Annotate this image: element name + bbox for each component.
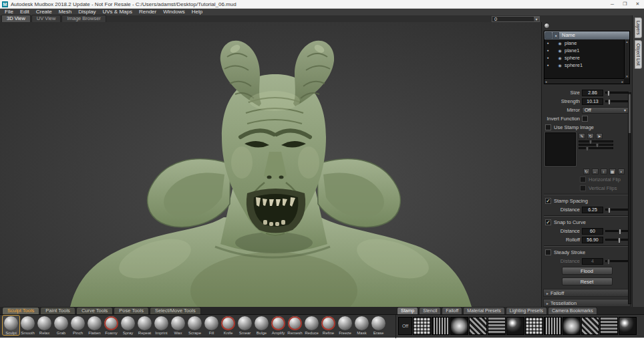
stamp-thumbnail[interactable]	[525, 317, 543, 335]
object-list-vertical-scrollbar[interactable]: ▴ ▾	[624, 39, 629, 78]
menu-item-help[interactable]: Help	[188, 9, 206, 15]
stamp-spacing-checkbox[interactable]: ✓	[545, 198, 551, 204]
chevron-down-icon[interactable]: ▾	[533, 17, 539, 21]
tool-tab-curve-tools[interactable]: Curve Tools	[76, 307, 113, 314]
demon-sculpture[interactable]	[0, 22, 541, 307]
strength-slider[interactable]	[605, 100, 629, 102]
stamp-thumbnail[interactable]	[600, 317, 618, 335]
tray-tab-stamp[interactable]: Stamp	[397, 307, 418, 314]
tool-pinch[interactable]: Pinch	[69, 316, 86, 335]
stamp-thumbnail[interactable]	[432, 317, 450, 335]
menu-item-windows[interactable]: Windows	[160, 9, 188, 15]
tray-tab-lighting-presets[interactable]: Lighting Presets	[506, 307, 547, 314]
tool-spray[interactable]: Spray	[120, 316, 136, 335]
stamp-thumbnail[interactable]	[450, 317, 468, 335]
object-row-sphere1[interactable]: ●◉sphere1	[544, 62, 624, 69]
stamp-slider-2[interactable]	[579, 144, 613, 146]
reset-button[interactable]: Reset	[562, 277, 613, 285]
tool-erase[interactable]: Erase	[370, 316, 387, 335]
tray-tab-stencil[interactable]: Stencil	[419, 307, 441, 314]
flood-button[interactable]: Flood	[562, 267, 613, 275]
stamp-thumbnail[interactable]	[469, 317, 487, 335]
tool-reduce[interactable]: Reduce	[303, 316, 320, 335]
stamp-spacing-distance-slider[interactable]	[605, 209, 629, 211]
object-row-plane1[interactable]: ●◉plane1	[544, 47, 624, 54]
tool-tab-paint-tools[interactable]: Paint Tools	[40, 307, 75, 314]
mirror-dropdown[interactable]: Off ▾	[582, 107, 629, 114]
tray-tab-falloff[interactable]: Falloff	[442, 307, 462, 314]
stamp-transform-icon-1[interactable]: ↔	[592, 168, 599, 175]
tool-knife[interactable]: Knife	[220, 316, 236, 335]
tool-imprint[interactable]: Imprint	[153, 316, 170, 335]
stamp-thumbnail[interactable]	[619, 317, 637, 335]
horizontal-flip-checkbox[interactable]	[580, 177, 586, 183]
panel-scrollbar[interactable]	[628, 92, 631, 304]
tool-freeze[interactable]: Freeze	[337, 316, 353, 335]
visibility-icon[interactable]: ●	[544, 63, 551, 67]
stamp-thumbnail[interactable]	[506, 317, 524, 335]
scroll-down-icon[interactable]: ▾	[625, 74, 629, 78]
stamp-transform-icon-3[interactable]: ▦	[609, 168, 616, 175]
tool-flatten[interactable]: Flatten	[86, 316, 103, 335]
visibility-icon[interactable]: ●	[544, 41, 551, 45]
scroll-right-icon[interactable]: ▸	[621, 80, 624, 84]
tool-scrape[interactable]: Scrape	[186, 316, 203, 335]
rolloff-slider[interactable]	[605, 239, 629, 241]
name-column-header[interactable]: Name	[559, 32, 629, 38]
visibility-icon[interactable]: ●	[544, 48, 551, 52]
use-stamp-image-checkbox[interactable]	[545, 124, 551, 130]
stamp-slider-1[interactable]	[579, 140, 613, 142]
layer-select-dropdown[interactable]: 0 ▾	[492, 16, 540, 22]
tool-amplify[interactable]: Amplify	[270, 316, 287, 335]
steady-distance-slider[interactable]	[605, 260, 629, 262]
stamp-tool-icon-2[interactable]: ➤	[596, 133, 603, 139]
lock-column-icon[interactable]	[545, 32, 552, 39]
tool-foamy[interactable]: Foamy	[103, 316, 120, 335]
menu-item-render[interactable]: Render	[136, 9, 160, 15]
maximize-button[interactable]: ❐	[619, 0, 631, 9]
steady-stroke-checkbox[interactable]	[545, 249, 551, 255]
stamp-tool-icon-1[interactable]: ↻	[587, 133, 594, 139]
stamp-preview-box[interactable]	[545, 132, 576, 166]
tool-repeat[interactable]: Repeat	[136, 316, 153, 335]
snap-distance-slider[interactable]	[605, 230, 629, 232]
title-bar[interactable]: M Autodesk Mudbox 2018.2 Update - Not Fo…	[0, 0, 644, 9]
tray-tab-camera-bookmarks[interactable]: Camera Bookmarks	[548, 307, 597, 314]
tool-grab[interactable]: Grab	[53, 316, 69, 335]
stamp-transform-icon-2[interactable]: ↕	[601, 168, 607, 175]
tool-mask[interactable]: Mask	[353, 316, 370, 335]
stamp-transform-icon-0[interactable]: ↻	[583, 168, 590, 175]
tool-refine[interactable]: Refine	[320, 316, 337, 335]
tool-smooth[interactable]: Smooth	[19, 316, 36, 335]
tool-relax[interactable]: Relax	[36, 316, 53, 335]
falloff-section-header[interactable]: ▸ Falloff	[543, 289, 631, 297]
edge-tab-layers[interactable]: Layers	[635, 17, 642, 38]
stamp-tool-icon-0[interactable]: ✎	[579, 133, 585, 139]
tessellation-section-header[interactable]: ▸ Tessellation	[543, 299, 631, 307]
stamp-off[interactable]: Off	[398, 317, 412, 335]
close-button[interactable]: ✕	[631, 0, 644, 9]
stamp-thumbnail[interactable]	[488, 317, 506, 335]
invert-function-checkbox[interactable]	[582, 116, 588, 122]
rolloff-value[interactable]: 56.90	[582, 237, 603, 243]
minimize-button[interactable]: ─	[606, 0, 619, 9]
snap-to-curve-checkbox[interactable]: ✓	[545, 219, 551, 225]
object-list-horizontal-scrollbar[interactable]: ◂ ▸	[544, 78, 624, 84]
panel-menu-button[interactable]	[544, 23, 550, 29]
stamp-slider-3[interactable]	[579, 147, 613, 149]
tool-wax[interactable]: Wax	[170, 316, 186, 335]
stamp-thumbnail[interactable]	[413, 317, 431, 335]
stamp-thumbnail[interactable]	[581, 317, 599, 335]
tray-tab-material-presets[interactable]: Material Presets	[463, 307, 505, 314]
view-tab-image-browser[interactable]: Image Browser	[61, 15, 106, 22]
size-value[interactable]: 2.86	[582, 90, 603, 96]
view-tab-3d-view[interactable]: 3D View	[1, 15, 31, 22]
tool-tab-select-move-tools[interactable]: Select/Move Tools	[150, 307, 201, 314]
stamp-thumbnail[interactable]	[562, 317, 581, 335]
tool-tab-pose-tools[interactable]: Pose Tools	[114, 307, 149, 314]
3d-viewport[interactable]	[0, 22, 541, 307]
visibility-icon[interactable]: ●	[544, 55, 551, 60]
tool-smear[interactable]: Smear	[236, 316, 253, 335]
tool-fill[interactable]: Fill	[203, 316, 220, 335]
tool-sculpt[interactable]: Sculpt	[3, 316, 19, 335]
